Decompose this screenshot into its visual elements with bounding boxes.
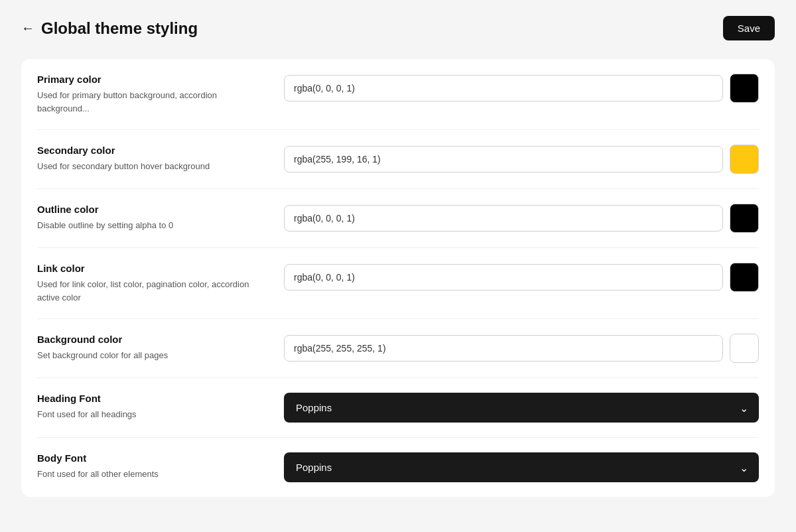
setting-row-outline-color: Outline colorDisable outline by setting … (37, 189, 759, 248)
label-col-heading-font: Heading FontFont used for all headings (37, 393, 263, 421)
control-col-background-color (284, 334, 759, 363)
color-swatch-secondary-color[interactable] (730, 145, 759, 174)
color-input-outline-color[interactable] (284, 205, 723, 232)
color-input-primary-color[interactable] (284, 75, 723, 101)
color-swatch-link-color[interactable] (730, 263, 759, 292)
select-wrapper-body-font: PoppinsInterRobotoOpen SansMontserrat⌄ (284, 452, 759, 482)
color-input-background-color[interactable] (284, 335, 723, 362)
desc-background-color: Set background color for all pages (37, 349, 263, 362)
color-swatch-outline-color[interactable] (730, 204, 759, 233)
page-title: Global theme styling (41, 19, 198, 38)
label-body-font: Body Font (37, 452, 263, 464)
label-heading-font: Heading Font (37, 393, 263, 404)
label-background-color: Background color (37, 334, 263, 345)
color-swatch-background-color[interactable] (730, 334, 759, 363)
label-col-primary-color: Primary colorUsed for primary button bac… (37, 74, 263, 115)
setting-row-body-font: Body FontFont used for all other element… (37, 438, 759, 497)
label-link-color: Link color (37, 263, 263, 274)
label-secondary-color: Secondary color (37, 145, 263, 156)
desc-body-font: Font used for all other elements (37, 468, 263, 481)
setting-row-link-color: Link colorUsed for link color, list colo… (37, 248, 759, 319)
label-col-background-color: Background colorSet background color for… (37, 334, 263, 362)
settings-card: Primary colorUsed for primary button bac… (21, 59, 775, 497)
desc-link-color: Used for link color, list color, paginat… (37, 278, 263, 304)
select-body-font[interactable]: PoppinsInterRobotoOpen SansMontserrat (284, 452, 759, 482)
control-col-heading-font: PoppinsInterRobotoOpen SansMontserrat⌄ (284, 393, 759, 423)
label-primary-color: Primary color (37, 74, 263, 85)
back-button[interactable]: ← (21, 21, 34, 36)
page-container: ← Global theme styling Save Primary colo… (0, 0, 796, 523)
control-col-secondary-color (284, 145, 759, 174)
control-col-body-font: PoppinsInterRobotoOpen SansMontserrat⌄ (284, 452, 759, 482)
color-input-link-color[interactable] (284, 264, 723, 291)
select-wrapper-heading-font: PoppinsInterRobotoOpen SansMontserrat⌄ (284, 393, 759, 423)
setting-row-background-color: Background colorSet background color for… (37, 319, 759, 378)
control-col-outline-color (284, 204, 759, 233)
label-outline-color: Outline color (37, 204, 263, 215)
desc-outline-color: Disable outline by setting alpha to 0 (37, 219, 263, 232)
label-col-body-font: Body FontFont used for all other element… (37, 452, 263, 481)
color-input-wrapper-secondary-color (284, 146, 723, 172)
color-swatch-primary-color[interactable] (730, 74, 759, 103)
color-input-secondary-color[interactable] (284, 146, 723, 172)
color-input-wrapper-outline-color (284, 205, 723, 232)
select-heading-font[interactable]: PoppinsInterRobotoOpen SansMontserrat (284, 393, 759, 423)
color-input-wrapper-background-color (284, 335, 723, 362)
desc-heading-font: Font used for all headings (37, 408, 263, 421)
save-button[interactable]: Save (723, 16, 775, 40)
setting-row-primary-color: Primary colorUsed for primary button bac… (37, 59, 759, 130)
control-col-primary-color (284, 74, 759, 103)
label-col-secondary-color: Secondary colorUsed for secondary button… (37, 145, 263, 173)
desc-primary-color: Used for primary button background, acco… (37, 89, 263, 115)
color-input-wrapper-link-color (284, 264, 723, 291)
header: ← Global theme styling Save (21, 16, 775, 40)
label-col-link-color: Link colorUsed for link color, list colo… (37, 263, 263, 304)
setting-row-secondary-color: Secondary colorUsed for secondary button… (37, 130, 759, 189)
control-col-link-color (284, 263, 759, 292)
setting-row-heading-font: Heading FontFont used for all headingsPo… (37, 378, 759, 438)
label-col-outline-color: Outline colorDisable outline by setting … (37, 204, 263, 232)
header-left: ← Global theme styling (21, 19, 198, 38)
color-input-wrapper-primary-color (284, 75, 723, 101)
desc-secondary-color: Used for secondary button hover backgrou… (37, 160, 263, 173)
